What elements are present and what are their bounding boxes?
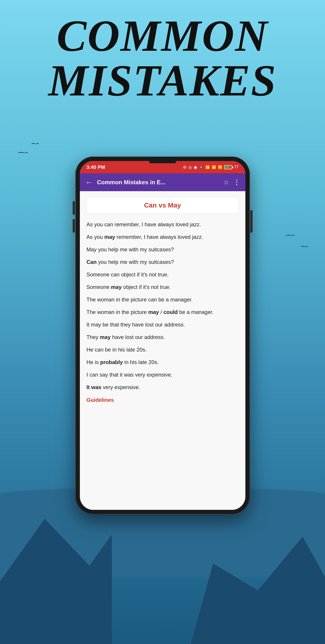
lesson-item: The woman in the picture may / could be … xyxy=(86,306,239,318)
lesson-item: Someone can object if it's not true. xyxy=(86,268,239,281)
favorite-button[interactable]: ☆ xyxy=(224,179,229,186)
phone-frame: 3:40 PM ⚙ ◎ ◉ 🔇 📶 📶 🛜 77 ← xyxy=(76,156,250,514)
lesson-item: May you help me with my suitcases? xyxy=(86,243,239,256)
lesson-item: He can be in his late 20s. xyxy=(86,344,239,356)
bird-icon xyxy=(301,246,305,249)
signal-slash-icon: 🔇 xyxy=(199,165,204,169)
phone-notch xyxy=(149,161,176,163)
phone-screen: 3:40 PM ⚙ ◎ ◉ 🔇 📶 📶 🛜 77 ← xyxy=(80,161,245,510)
target-icon: ◉ xyxy=(194,165,197,170)
lesson-item: Someone may object if it's not true. xyxy=(86,281,239,294)
lesson-item: The woman in the picture can be a manage… xyxy=(86,294,239,306)
menu-button[interactable]: ⋮ xyxy=(234,179,240,186)
lesson-item: They may have lost our address. xyxy=(86,331,239,344)
volume-down-button xyxy=(73,219,75,232)
signal-bars-icon: 📶 xyxy=(205,165,210,169)
content-area: Can vs May As you can remember, I have a… xyxy=(80,191,245,510)
lesson-item: It may be that they have lost our addres… xyxy=(86,318,239,331)
back-button[interactable]: ← xyxy=(86,178,92,186)
signal-bars2-icon: 📶 xyxy=(212,165,216,169)
lesson-item: He is probably in his late 20s. xyxy=(86,356,239,368)
lesson-item: As you may remember, I have always loved… xyxy=(86,231,239,243)
circle-icon: ◎ xyxy=(188,165,192,170)
guidelines-link[interactable]: Guidelines xyxy=(86,394,239,404)
volume-up-button xyxy=(73,201,75,215)
lesson-item: I can say that it was very expensive. xyxy=(86,368,239,381)
battery-icon xyxy=(224,165,232,169)
settings-icon: ⚙ xyxy=(183,165,186,170)
title-line1: Common xyxy=(0,14,325,58)
bird-icon xyxy=(18,152,24,155)
power-button xyxy=(250,210,252,232)
lesson-item: As you can remember, I have always loved… xyxy=(86,218,239,231)
bird-icon xyxy=(31,143,36,146)
content-scroll[interactable]: As you can remember, I have always loved… xyxy=(86,218,239,504)
bird-icon xyxy=(286,235,292,238)
lesson-title-card: Can vs May xyxy=(86,197,239,214)
app-bar-title: Common Mistakes in E... xyxy=(97,179,224,186)
status-time: 3:40 PM xyxy=(86,164,105,170)
lesson-title: Can vs May xyxy=(144,202,181,209)
battery-percent: 77 xyxy=(234,165,238,170)
title-line2: Mistakes xyxy=(0,58,325,103)
battery-fill xyxy=(225,166,230,168)
lesson-item: Can you help me with my suitcases? xyxy=(86,256,239,268)
wifi-icon: 🛜 xyxy=(218,165,222,169)
lesson-item: It was very expensive. xyxy=(86,381,239,394)
status-icons: ⚙ ◎ ◉ 🔇 📶 📶 🛜 77 xyxy=(183,165,238,170)
page-title: Common Mistakes xyxy=(0,0,325,103)
app-bar: ← Common Mistakes in E... ☆ ⋮ xyxy=(80,173,245,191)
